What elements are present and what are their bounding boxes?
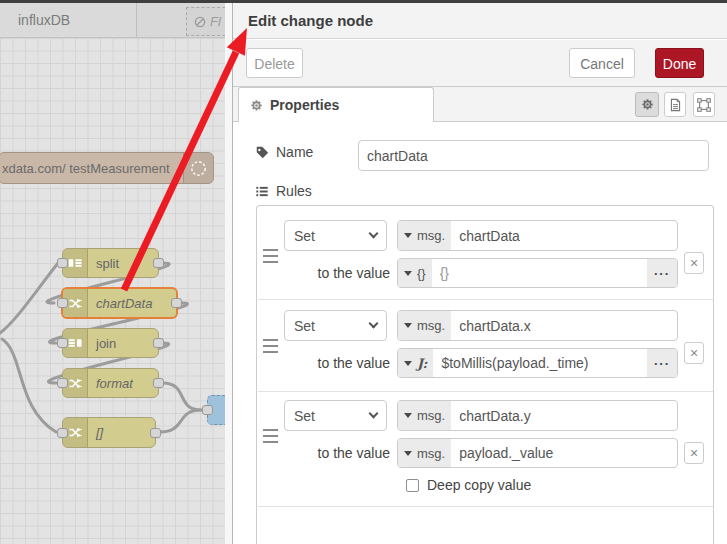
input-port[interactable]	[57, 378, 68, 388]
to-value-label: to the value	[282, 265, 390, 281]
deep-copy-checkbox[interactable]	[406, 479, 419, 492]
name-input[interactable]	[358, 140, 709, 171]
input-port[interactable]	[57, 338, 68, 348]
properties-form: Name Rules Set msg. chartD	[233, 122, 727, 544]
rule-action-select[interactable]: Set	[284, 310, 387, 341]
chevron-down-icon	[369, 229, 379, 239]
rule-property-input[interactable]: msg. chartData	[397, 220, 678, 251]
output-port[interactable]	[150, 428, 161, 438]
to-value-label: to the value	[282, 445, 390, 461]
gear-icon	[641, 98, 654, 111]
app-header-edge	[0, 0, 727, 3]
chevron-down-icon	[369, 409, 379, 419]
caret-down-icon	[404, 271, 412, 276]
rule-property-input[interactable]: msg. chartData.y	[397, 400, 678, 431]
tray-header: Edit change node	[233, 3, 727, 39]
delete-button[interactable]: Delete	[246, 48, 303, 78]
typed-input-value: chartData	[451, 228, 677, 244]
node-influxdb[interactable]: xdata.com/ testMeasurement	[0, 152, 214, 184]
frame-icon	[697, 98, 711, 112]
typed-input-type: msg.	[417, 318, 445, 333]
remove-rule-button[interactable]: ×	[684, 342, 704, 364]
rule-divider	[258, 391, 713, 392]
document-icon	[669, 98, 682, 112]
typed-input-type-button[interactable]: msg.	[398, 401, 451, 430]
tab-properties[interactable]: Properties	[238, 87, 434, 122]
expand-editor-button[interactable]: ···	[647, 259, 677, 287]
rule-value-input[interactable]: {} {} ···	[397, 258, 678, 288]
output-port[interactable]	[153, 258, 164, 268]
expand-editor-button[interactable]: ···	[647, 349, 677, 377]
deep-copy-row: Deep copy value	[406, 477, 531, 493]
node-chart[interactable]	[207, 395, 225, 425]
name-label: Name	[276, 144, 313, 160]
rules-label: Rules	[276, 183, 312, 199]
typed-input-type-button[interactable]: msg.	[398, 439, 451, 467]
input-port[interactable]	[57, 298, 68, 308]
output-port[interactable]	[153, 338, 164, 348]
description-view-button[interactable]	[664, 92, 686, 117]
typed-input-type-button[interactable]: {}	[398, 259, 432, 287]
rules-list-icon	[255, 185, 269, 198]
typed-input-value: payload._value	[451, 445, 677, 461]
node-label: chartData	[88, 296, 160, 311]
node-label: join	[88, 336, 124, 351]
node-chartdata[interactable]: chartData	[61, 287, 178, 319]
typed-input-value: $toMillis(payload._time)	[433, 355, 647, 371]
caret-down-icon	[404, 413, 412, 418]
canvas-scrollbar[interactable]	[225, 3, 232, 544]
cancel-button[interactable]: Cancel	[569, 48, 635, 78]
remove-rule-button[interactable]: ×	[684, 442, 704, 464]
rule-action-value: Set	[294, 228, 315, 244]
tray-title: Edit change node	[233, 3, 727, 38]
input-port[interactable]	[57, 258, 68, 268]
tab-properties-label: Properties	[270, 97, 339, 113]
tray-toolbar: Delete Cancel Done	[233, 40, 727, 87]
appearance-view-button[interactable]	[693, 92, 715, 117]
remove-rule-button[interactable]: ×	[684, 252, 704, 274]
node-brackets[interactable]: []	[62, 417, 156, 448]
rule-action-select[interactable]: Set	[284, 400, 387, 431]
output-port[interactable]	[171, 298, 182, 308]
influxdb-icon	[183, 153, 213, 183]
node-label: []	[88, 425, 111, 440]
deep-copy-label: Deep copy value	[427, 477, 531, 493]
rule-action-value: Set	[294, 408, 315, 424]
typed-input-type-button[interactable]: J:	[398, 349, 433, 377]
input-port[interactable]	[57, 428, 68, 438]
edit-tray: Edit change node Delete Cancel Done Prop…	[232, 3, 727, 544]
typed-input-type: msg.	[417, 446, 445, 461]
rule-value-input[interactable]: msg. payload._value	[397, 438, 678, 468]
chevron-down-icon	[369, 319, 379, 329]
done-button[interactable]: Done	[655, 48, 704, 78]
rule-drag-handle[interactable]	[263, 339, 278, 353]
rule-drag-handle[interactable]	[263, 249, 278, 263]
typed-input-type: msg.	[417, 408, 445, 423]
node-join[interactable]: join	[62, 328, 159, 358]
jsonata-type-icon: J:	[417, 356, 427, 371]
editor-tab-row: Properties	[233, 87, 727, 122]
typed-input-type-button[interactable]: msg.	[398, 311, 451, 340]
node-label: format	[88, 376, 141, 391]
rule-divider	[258, 299, 713, 300]
rule-drag-handle[interactable]	[263, 429, 278, 443]
input-port[interactable]	[202, 405, 213, 415]
rule-action-select[interactable]: Set	[284, 220, 387, 251]
node-format[interactable]: format	[62, 368, 159, 398]
flow-canvas[interactable]: influxDB Fl xdata.com/ testMeasurement	[0, 3, 225, 544]
gear-icon	[250, 99, 263, 112]
rule-property-input[interactable]: msg. chartData.x	[397, 310, 678, 341]
rule-action-value: Set	[294, 318, 315, 334]
typed-input-type-button[interactable]: msg.	[398, 221, 451, 250]
properties-view-button[interactable]	[635, 92, 659, 117]
typed-input-value: chartData.x	[451, 318, 677, 334]
caret-down-icon	[404, 451, 412, 456]
name-label-row: Name	[255, 144, 313, 160]
typed-input-type: {}	[417, 266, 426, 281]
to-value-label: to the value	[282, 355, 390, 371]
caret-down-icon	[404, 323, 412, 328]
node-split[interactable]: split	[62, 248, 159, 278]
typed-input-value: {}	[432, 265, 647, 281]
rule-value-input[interactable]: J: $toMillis(payload._time) ···	[397, 348, 678, 378]
output-port[interactable]	[153, 378, 164, 388]
